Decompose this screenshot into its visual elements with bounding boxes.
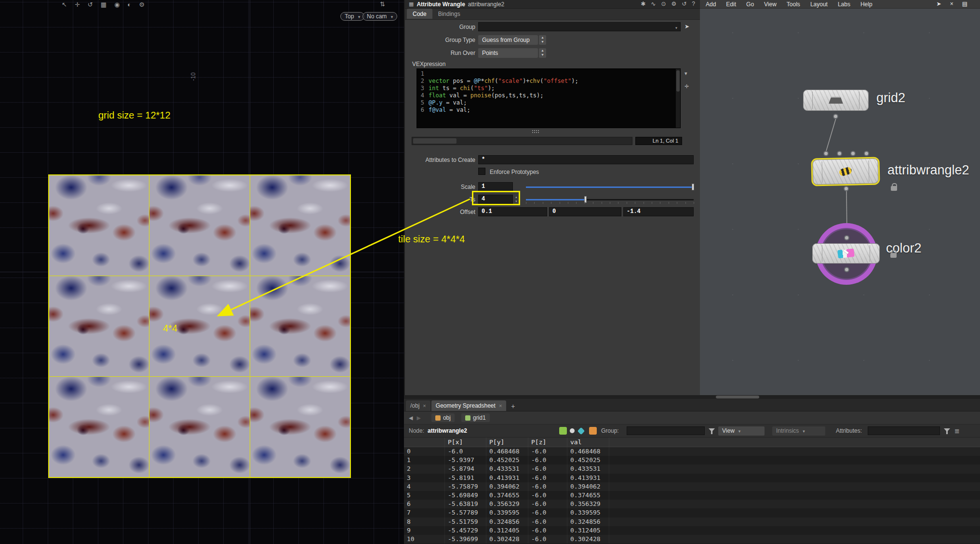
offset-field-x[interactable]: 0.1 — [478, 207, 547, 216]
attributes-to-create-input[interactable]: * — [478, 155, 694, 164]
point-snap-icon[interactable]: ◉ — [114, 1, 120, 8]
group-input[interactable]: ▾ — [478, 22, 681, 31]
offset-field-y[interactable]: 0 — [549, 207, 621, 216]
scale-input[interactable]: 1 — [478, 182, 513, 191]
column-list-icon[interactable]: ≣ — [954, 427, 960, 435]
table-row[interactable]: 1-5.93970.452025-6.00.452025 — [404, 456, 980, 464]
help-icon[interactable]: ? — [692, 0, 695, 7]
group-filter-input[interactable] — [627, 426, 705, 435]
group-select-arrow-icon[interactable]: ➤ — [685, 23, 689, 30]
vertices-mode-icon[interactable] — [570, 428, 575, 433]
input-dot[interactable] — [844, 235, 849, 240]
view-dropdown[interactable]: View — [718, 426, 765, 436]
output-dot[interactable] — [833, 114, 838, 119]
scale-slider[interactable] — [526, 182, 694, 192]
panel-tab-geometry-spreadsheet[interactable]: Geometry Spreadsheet× — [431, 400, 507, 411]
panel-menu-icon[interactable]: ▤ — [962, 0, 967, 7]
group-type-stepper[interactable]: ▲▼ — [539, 35, 546, 45]
node-color2[interactable] — [812, 243, 880, 264]
snippet-menu-icon[interactable]: ▾ — [685, 70, 687, 77]
editor-scrollbar[interactable] — [676, 69, 680, 128]
output-dot[interactable] — [844, 186, 849, 191]
reset-icon[interactable]: ↺ — [682, 0, 686, 7]
ts-slider[interactable] — [526, 195, 694, 204]
offset-field-z[interactable]: -1.4 — [623, 207, 694, 216]
menu-item-go[interactable]: Go — [746, 1, 754, 8]
input-dot[interactable] — [823, 151, 829, 156]
network-editor[interactable]: AddEditGoViewToolsLayoutLabsHelp ➤×▤ gri… — [700, 0, 980, 395]
breadcrumb-item-obj[interactable]: obj — [431, 413, 455, 422]
table-row[interactable]: 9-5.457290.312405-6.00.312405 — [404, 526, 980, 535]
cursor-icon[interactable]: ➤ — [937, 0, 941, 7]
node-grid2[interactable] — [803, 90, 869, 111]
expand-editor-icon[interactable]: ✛ — [685, 83, 689, 90]
horizontal-scrollbar[interactable] — [404, 395, 980, 399]
back-icon[interactable]: ◀ — [409, 415, 413, 421]
group-filter-icon[interactable] — [709, 428, 715, 434]
search-icon[interactable]: ⊙ — [661, 0, 666, 7]
input-dot[interactable] — [837, 151, 842, 156]
table-row[interactable]: 7-5.577890.339595-6.00.339595 — [404, 508, 980, 517]
forward-icon[interactable]: ▶ — [416, 415, 420, 421]
input-dot[interactable] — [864, 151, 869, 156]
pin-icon[interactable]: ✱ — [641, 0, 645, 7]
view-orientation-pill[interactable]: Top — [340, 12, 364, 21]
table-row[interactable]: 10-5.396990.302428-6.00.302428 — [404, 535, 980, 544]
node-attribwrangle2[interactable] — [812, 159, 878, 185]
close-icon[interactable]: × — [423, 403, 426, 409]
menu-item-view[interactable]: View — [764, 1, 777, 8]
editor-hscrollbar[interactable] — [412, 137, 632, 145]
input-dot[interactable] — [850, 151, 856, 156]
graph-icon[interactable]: ∿ — [651, 0, 656, 7]
attributes-filter-input[interactable] — [868, 426, 940, 435]
ts-input[interactable]: 4 — [478, 195, 513, 204]
run-over-stepper[interactable]: ▲▼ — [539, 48, 546, 58]
table-row[interactable]: 8-5.517590.324856-6.00.324856 — [404, 517, 980, 526]
select-icon[interactable]: ↖ — [62, 1, 67, 8]
node-wires — [700, 0, 980, 395]
grid-snap-icon[interactable]: ▦ — [101, 1, 107, 8]
param-tab-code[interactable]: Code — [407, 9, 432, 19]
editor-resize-handle[interactable] — [532, 130, 539, 134]
intrinsics-dropdown[interactable]: Intrinsics — [772, 426, 825, 436]
menu-item-layout[interactable]: Layout — [810, 1, 828, 8]
value-cell: -6.0 — [528, 526, 567, 535]
output-dot[interactable] — [844, 267, 849, 272]
scale-slider-handle[interactable] — [692, 184, 694, 190]
pane-split-icon[interactable]: ⇅ — [380, 0, 385, 8]
gear-icon[interactable]: ⚙ — [671, 0, 676, 7]
shading-icon[interactable]: ◐ — [127, 1, 131, 8]
table-row[interactable]: 3-5.81910.413931-6.00.413931 — [404, 474, 980, 482]
display-options-icon[interactable]: ⚙ — [139, 1, 145, 8]
run-over-dropdown[interactable]: Points — [478, 48, 538, 58]
table-row[interactable]: 5-5.698490.374655-6.00.374655 — [404, 491, 980, 500]
menu-item-tools[interactable]: Tools — [787, 1, 800, 8]
chevron-down-icon[interactable]: ▾ — [675, 24, 678, 32]
new-tab-button[interactable]: + — [507, 402, 519, 411]
menu-item-labs[interactable]: Labs — [838, 1, 850, 8]
vex-code-editor[interactable]: 12vector pos = @P*chf("scale")+chv("offs… — [416, 68, 681, 128]
table-row[interactable]: 0-6.00.468468-6.00.468468 — [404, 447, 980, 456]
table-row[interactable]: 4-5.758790.394062-6.00.394062 — [404, 482, 980, 491]
breadcrumb-item-grid1[interactable]: grid1 — [461, 413, 490, 422]
viewport-3d[interactable]: ↖✛↺▦◉◐⚙ ⇅ Top No cam -10 — [0, 0, 404, 544]
prims-mode-icon[interactable] — [577, 427, 585, 435]
table-row[interactable]: 6-5.638190.356329-6.00.356329 — [404, 500, 980, 508]
camera-pill[interactable]: No cam — [362, 12, 397, 21]
table-row[interactable]: 2-5.87940.433531-6.00.433531 — [404, 464, 980, 473]
ts-stepper[interactable]: ▲▼ — [514, 195, 519, 204]
rotate-view-icon[interactable]: ↺ — [88, 1, 93, 8]
close-icon[interactable]: × — [950, 0, 953, 7]
panel-tab-obj[interactable]: /obj× — [406, 400, 430, 411]
enforce-prototypes-checkbox[interactable] — [478, 168, 485, 175]
group-type-dropdown[interactable]: Guess from Group — [478, 35, 538, 45]
param-tab-bindings[interactable]: Bindings — [432, 9, 466, 19]
points-mode-icon[interactable] — [559, 427, 567, 435]
menu-item-edit[interactable]: Edit — [726, 1, 736, 8]
menu-item-help[interactable]: Help — [860, 1, 873, 8]
attributes-filter-icon[interactable] — [944, 428, 950, 434]
menu-item-add[interactable]: Add — [706, 1, 716, 8]
handles-icon[interactable]: ✛ — [75, 1, 80, 8]
detail-mode-icon[interactable] — [589, 427, 597, 435]
close-icon[interactable]: × — [499, 403, 502, 409]
